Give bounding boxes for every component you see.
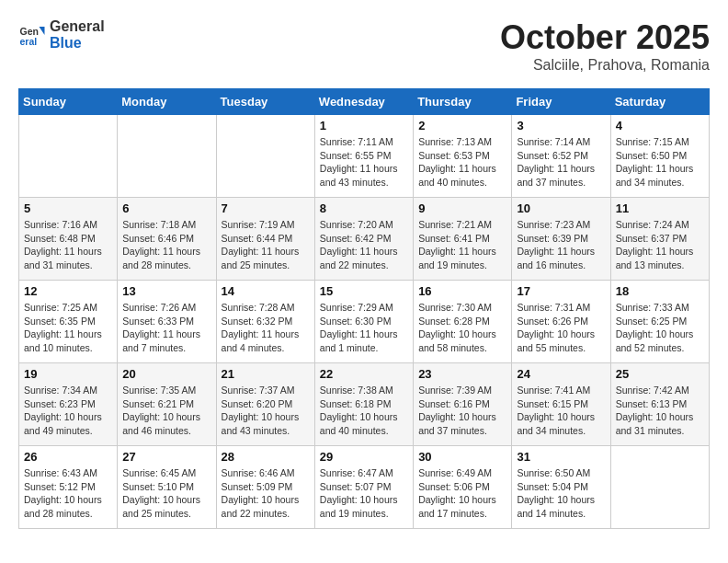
day-number: 11 xyxy=(616,201,704,215)
day-number: 5 xyxy=(24,201,112,215)
day-info: Sunrise: 6:43 AM Sunset: 5:12 PM Dayligh… xyxy=(24,466,112,521)
calendar-cell: 24Sunrise: 7:41 AM Sunset: 6:15 PM Dayli… xyxy=(512,363,610,446)
day-info: Sunrise: 7:30 AM Sunset: 6:28 PM Dayligh… xyxy=(418,301,506,355)
calendar-cell xyxy=(118,115,216,198)
day-info: Sunrise: 7:34 AM Sunset: 6:23 PM Dayligh… xyxy=(24,384,112,438)
day-info: Sunrise: 7:28 AM Sunset: 6:32 PM Dayligh… xyxy=(222,301,310,355)
calendar-cell: 14Sunrise: 7:28 AM Sunset: 6:32 PM Dayli… xyxy=(216,281,314,363)
day-info: Sunrise: 7:16 AM Sunset: 6:48 PM Dayligh… xyxy=(24,218,112,272)
day-info: Sunrise: 7:42 AM Sunset: 6:13 PM Dayligh… xyxy=(616,384,704,438)
calendar-cell: 4Sunrise: 7:15 AM Sunset: 6:50 PM Daylig… xyxy=(610,115,709,198)
calendar-cell: 21Sunrise: 7:37 AM Sunset: 6:20 PM Dayli… xyxy=(216,363,314,446)
calendar-cell: 30Sunrise: 6:49 AM Sunset: 5:06 PM Dayli… xyxy=(414,446,512,529)
day-info: Sunrise: 7:35 AM Sunset: 6:21 PM Dayligh… xyxy=(122,384,210,438)
day-info: Sunrise: 7:18 AM Sunset: 6:46 PM Dayligh… xyxy=(122,218,210,272)
day-number: 4 xyxy=(616,119,704,132)
day-header-saturday: Saturday xyxy=(610,89,709,115)
logo-text: General Blue xyxy=(50,18,105,51)
location: Salciile, Prahova, Romania xyxy=(500,57,710,74)
day-number: 8 xyxy=(320,201,408,215)
day-header-sunday: Sunday xyxy=(19,89,118,115)
day-number: 6 xyxy=(122,201,210,215)
calendar-cell: 28Sunrise: 6:46 AM Sunset: 5:09 PM Dayli… xyxy=(216,446,314,529)
day-number: 22 xyxy=(320,367,408,381)
day-number: 2 xyxy=(418,119,506,132)
calendar: SundayMondayTuesdayWednesdayThursdayFrid… xyxy=(18,88,710,529)
calendar-cell: 22Sunrise: 7:38 AM Sunset: 6:18 PM Dayli… xyxy=(314,363,413,446)
day-info: Sunrise: 6:47 AM Sunset: 5:07 PM Dayligh… xyxy=(320,466,408,521)
calendar-cell: 29Sunrise: 6:47 AM Sunset: 5:07 PM Dayli… xyxy=(314,446,413,529)
day-info: Sunrise: 7:15 AM Sunset: 6:50 PM Dayligh… xyxy=(616,135,704,190)
calendar-cell: 8Sunrise: 7:20 AM Sunset: 6:42 PM Daylig… xyxy=(314,198,413,281)
calendar-cell: 7Sunrise: 7:19 AM Sunset: 6:44 PM Daylig… xyxy=(216,198,314,281)
calendar-week-1: 1Sunrise: 7:11 AM Sunset: 6:55 PM Daylig… xyxy=(19,115,710,198)
day-number: 20 xyxy=(122,367,210,381)
day-info: Sunrise: 6:46 AM Sunset: 5:09 PM Dayligh… xyxy=(222,466,310,521)
day-info: Sunrise: 7:38 AM Sunset: 6:18 PM Dayligh… xyxy=(320,384,408,438)
calendar-header-row: SundayMondayTuesdayWednesdayThursdayFrid… xyxy=(19,89,710,115)
day-number: 17 xyxy=(517,284,605,298)
calendar-cell xyxy=(610,446,709,529)
day-number: 16 xyxy=(418,284,506,298)
calendar-week-5: 26Sunrise: 6:43 AM Sunset: 5:12 PM Dayli… xyxy=(19,446,710,529)
day-info: Sunrise: 7:41 AM Sunset: 6:15 PM Dayligh… xyxy=(517,384,605,438)
day-number: 23 xyxy=(418,367,506,381)
day-number: 25 xyxy=(616,367,704,381)
calendar-week-4: 19Sunrise: 7:34 AM Sunset: 6:23 PM Dayli… xyxy=(19,363,710,446)
day-number: 1 xyxy=(320,119,408,132)
day-info: Sunrise: 7:20 AM Sunset: 6:42 PM Dayligh… xyxy=(320,218,408,272)
day-info: Sunrise: 6:50 AM Sunset: 5:04 PM Dayligh… xyxy=(517,466,605,521)
day-number: 3 xyxy=(517,119,605,132)
calendar-cell xyxy=(19,115,118,198)
day-number: 21 xyxy=(222,367,310,381)
calendar-cell: 1Sunrise: 7:11 AM Sunset: 6:55 PM Daylig… xyxy=(314,115,413,198)
day-number: 31 xyxy=(517,450,605,464)
calendar-cell xyxy=(216,115,314,198)
day-number: 24 xyxy=(517,367,605,381)
day-info: Sunrise: 7:23 AM Sunset: 6:39 PM Dayligh… xyxy=(517,218,605,272)
day-info: Sunrise: 7:21 AM Sunset: 6:41 PM Dayligh… xyxy=(418,218,506,272)
logo-blue: Blue xyxy=(50,35,105,52)
calendar-cell: 25Sunrise: 7:42 AM Sunset: 6:13 PM Dayli… xyxy=(610,363,709,446)
calendar-cell: 2Sunrise: 7:13 AM Sunset: 6:53 PM Daylig… xyxy=(414,115,512,198)
calendar-cell: 15Sunrise: 7:29 AM Sunset: 6:30 PM Dayli… xyxy=(314,281,413,363)
day-number: 27 xyxy=(122,450,210,464)
logo: Gen eral General Blue xyxy=(18,18,105,51)
day-info: Sunrise: 7:31 AM Sunset: 6:26 PM Dayligh… xyxy=(517,301,605,355)
calendar-cell: 17Sunrise: 7:31 AM Sunset: 6:26 PM Dayli… xyxy=(512,281,610,363)
day-info: Sunrise: 7:11 AM Sunset: 6:55 PM Dayligh… xyxy=(320,135,408,190)
day-info: Sunrise: 7:14 AM Sunset: 6:52 PM Dayligh… xyxy=(517,135,605,190)
day-number: 18 xyxy=(616,284,704,298)
calendar-cell: 13Sunrise: 7:26 AM Sunset: 6:33 PM Dayli… xyxy=(118,281,216,363)
day-header-monday: Monday xyxy=(118,89,216,115)
day-info: Sunrise: 7:25 AM Sunset: 6:35 PM Dayligh… xyxy=(24,301,112,355)
day-number: 19 xyxy=(24,367,112,381)
day-header-tuesday: Tuesday xyxy=(216,89,314,115)
day-info: Sunrise: 6:49 AM Sunset: 5:06 PM Dayligh… xyxy=(418,466,506,521)
day-info: Sunrise: 7:29 AM Sunset: 6:30 PM Dayligh… xyxy=(320,301,408,355)
day-number: 14 xyxy=(222,284,310,298)
day-number: 15 xyxy=(320,284,408,298)
calendar-cell: 23Sunrise: 7:39 AM Sunset: 6:16 PM Dayli… xyxy=(414,363,512,446)
svg-text:eral: eral xyxy=(20,35,38,46)
svg-marker-2 xyxy=(40,27,45,35)
day-number: 7 xyxy=(222,201,310,215)
day-info: Sunrise: 7:39 AM Sunset: 6:16 PM Dayligh… xyxy=(418,384,506,438)
day-number: 9 xyxy=(418,201,506,215)
day-number: 30 xyxy=(418,450,506,464)
calendar-cell: 9Sunrise: 7:21 AM Sunset: 6:41 PM Daylig… xyxy=(414,198,512,281)
calendar-cell: 19Sunrise: 7:34 AM Sunset: 6:23 PM Dayli… xyxy=(19,363,118,446)
logo-icon: Gen eral xyxy=(18,21,46,49)
month-title: October 2025 xyxy=(500,18,710,57)
page-header: Gen eral General Blue October 2025 Salci… xyxy=(18,18,710,74)
day-header-friday: Friday xyxy=(512,89,610,115)
logo-general: General xyxy=(50,18,105,35)
day-number: 10 xyxy=(517,201,605,215)
day-number: 28 xyxy=(222,450,310,464)
calendar-cell: 16Sunrise: 7:30 AM Sunset: 6:28 PM Dayli… xyxy=(414,281,512,363)
calendar-cell: 18Sunrise: 7:33 AM Sunset: 6:25 PM Dayli… xyxy=(610,281,709,363)
day-info: Sunrise: 7:37 AM Sunset: 6:20 PM Dayligh… xyxy=(222,384,310,438)
day-number: 29 xyxy=(320,450,408,464)
day-header-thursday: Thursday xyxy=(414,89,512,115)
day-info: Sunrise: 7:13 AM Sunset: 6:53 PM Dayligh… xyxy=(418,135,506,190)
